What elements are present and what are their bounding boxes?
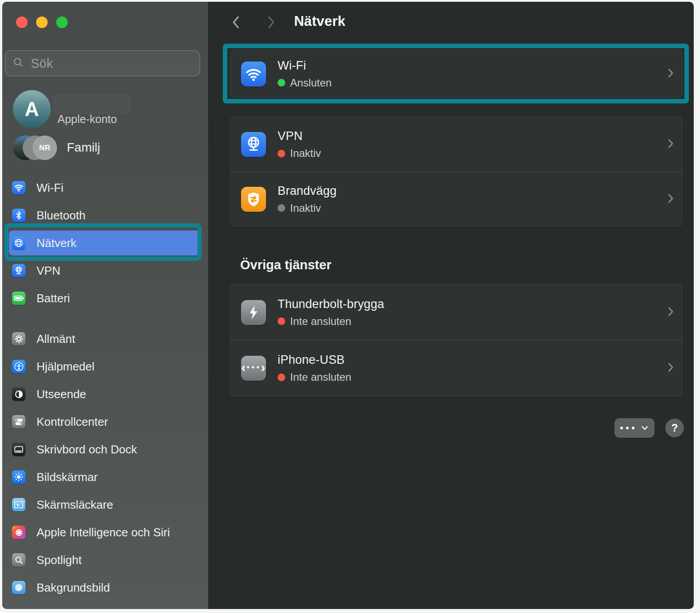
wallpaper-flower-icon (12, 581, 25, 594)
other-services-heading: Övriga tjänster (240, 258, 332, 272)
help-button[interactable]: ? (665, 419, 684, 437)
sidebar-item-general[interactable]: Allmänt (12, 329, 199, 349)
sidebar-item-apple-intelligence-siri[interactable]: Apple Intelligence och Siri (12, 522, 199, 542)
battery-icon (12, 292, 25, 305)
toggles-icon (12, 415, 25, 428)
sidebar-item-desktop-dock[interactable]: Skrivbord och Dock (12, 440, 199, 459)
settings-window: A Apple-konto NR Familj Wi-Fi Bluetooth (2, 2, 694, 609)
apple-account-label[interactable]: Apple-konto (57, 113, 117, 126)
accessibility-icon (12, 360, 25, 373)
bluetooth-icon (12, 209, 25, 222)
account-name-redacted (53, 94, 131, 114)
iphone-usb-status: Inte ansluten (290, 371, 351, 383)
wifi-row[interactable]: Wi-Fi Ansluten (230, 50, 682, 97)
chevron-right-icon (665, 137, 676, 152)
thunderbolt-row[interactable]: Thunderbolt-brygga Inte ansluten (230, 284, 682, 340)
wifi-icon (12, 181, 25, 194)
sidebar-item-screensaver[interactable]: Skärmsläckare (12, 495, 199, 514)
status-dot (278, 374, 285, 381)
gear-icon (12, 332, 25, 346)
wifi-card[interactable]: Wi-Fi Ansluten (230, 50, 683, 98)
page-title: Nätverk (294, 13, 345, 29)
question-mark-icon: ? (671, 422, 678, 434)
family-label: Familj (67, 140, 100, 155)
minimize-window-button[interactable] (36, 16, 48, 28)
iphone-usb-title: iPhone-USB (278, 353, 351, 367)
zoom-window-button[interactable] (56, 16, 68, 28)
sidebar-item-accessibility[interactable]: Hjälpmedel (12, 357, 199, 376)
wifi-title: Wi-Fi (278, 59, 332, 73)
desktop-dock-icon (12, 443, 25, 456)
firewall-status: Inaktiv (290, 202, 321, 214)
sidebar-item-appearance[interactable]: Utseende (12, 384, 199, 404)
status-dot (278, 317, 285, 325)
sidebar-item-family[interactable]: NR Familj (13, 135, 200, 161)
sidebar-item-battery[interactable]: Batteri (12, 288, 199, 308)
sidebar-item-displays[interactable]: Bildskärmar (12, 467, 199, 487)
iphone-usb-icon: ‹···› (241, 356, 266, 381)
vpn-row[interactable]: VPN Inaktiv (230, 117, 682, 172)
status-dot (278, 150, 285, 157)
iphone-usb-row[interactable]: ‹···› iPhone-USB Inte ansluten (230, 340, 682, 396)
thunderbolt-status: Inte ansluten (290, 315, 351, 328)
firewall-row[interactable]: Brandvägg Inaktiv (230, 172, 682, 226)
status-dot (278, 79, 285, 86)
vpn-title: VPN (278, 129, 321, 143)
appearance-icon (12, 387, 25, 401)
sidebar-item-network[interactable]: Nätverk (9, 230, 200, 255)
status-dot (278, 204, 285, 212)
apple-intelligence-icon (12, 526, 25, 539)
sidebar-item-control-center[interactable]: Kontrollcenter (12, 412, 199, 432)
firewall-shield-icon (241, 187, 266, 212)
sidebar-item-vpn[interactable]: VPN (12, 261, 199, 280)
ellipsis-icon (620, 427, 623, 429)
screensaver-icon (12, 498, 25, 511)
other-services-card: Thunderbolt-brygga Inte ansluten ‹···› i… (230, 284, 683, 396)
chevron-right-icon (665, 67, 676, 81)
family-avatar: NR (33, 136, 57, 160)
chevron-right-icon (665, 305, 676, 320)
vpn-icon (12, 264, 25, 277)
sidebar-item-wallpaper[interactable]: Bakgrundsbild (12, 578, 199, 597)
close-window-button[interactable] (16, 16, 28, 28)
firewall-title: Brandvägg (278, 184, 336, 198)
sidebar: A Apple-konto NR Familj Wi-Fi Bluetooth (2, 2, 209, 609)
chevron-right-icon (665, 192, 676, 206)
sidebar-item-bluetooth[interactable]: Bluetooth (12, 206, 199, 225)
network-globe-icon (12, 236, 25, 250)
wifi-status: Ansluten (290, 77, 332, 89)
search-icon (12, 57, 25, 70)
chevron-right-icon (665, 361, 676, 375)
sidebar-item-wifi[interactable]: Wi-Fi (12, 178, 199, 197)
wifi-icon (241, 62, 266, 86)
avatar[interactable]: A (13, 90, 51, 128)
vpn-icon (241, 132, 266, 157)
more-options-button[interactable] (614, 418, 655, 438)
thunderbolt-icon (241, 300, 266, 325)
magnifier-icon (12, 553, 25, 567)
vpn-status: Inaktiv (290, 147, 321, 160)
chevron-down-icon (640, 424, 649, 432)
thunderbolt-title: Thunderbolt-brygga (278, 297, 384, 311)
forward-button[interactable] (263, 14, 279, 30)
network-services-card: VPN Inaktiv Brandvägg (230, 117, 683, 226)
search-field[interactable] (5, 50, 200, 76)
sun-icon (12, 470, 25, 484)
sidebar-item-spotlight[interactable]: Spotlight (12, 550, 199, 570)
back-button[interactable] (228, 14, 244, 30)
search-input[interactable] (31, 56, 192, 71)
